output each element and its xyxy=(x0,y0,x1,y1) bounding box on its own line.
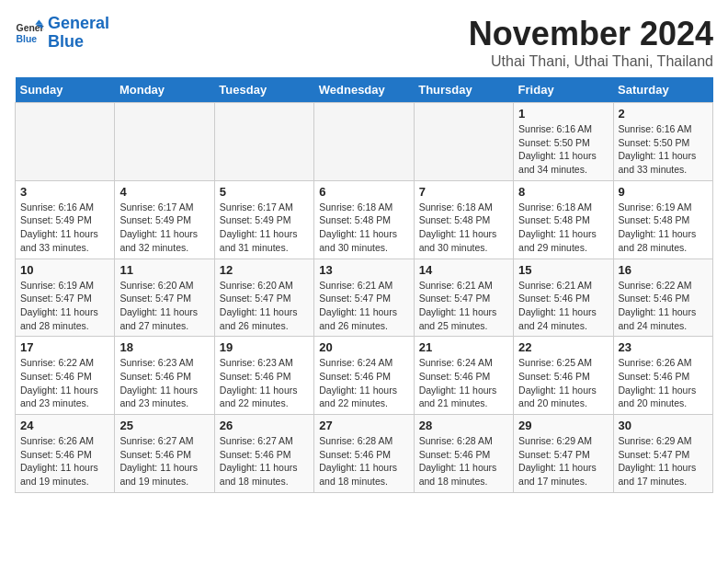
day-info: Sunrise: 6:29 AM Sunset: 5:47 PM Dayligh… xyxy=(518,434,608,488)
day-number: 7 xyxy=(419,185,508,199)
calendar-cell: 7Sunrise: 6:18 AM Sunset: 5:48 PM Daylig… xyxy=(414,180,513,259)
day-info: Sunrise: 6:16 AM Sunset: 5:50 PM Dayligh… xyxy=(518,122,608,177)
calendar-table: SundayMondayTuesdayWednesdayThursdayFrid… xyxy=(15,77,713,493)
day-info: Sunrise: 6:21 AM Sunset: 5:46 PM Dayligh… xyxy=(518,279,608,333)
calendar-cell xyxy=(414,103,513,181)
day-info: Sunrise: 6:21 AM Sunset: 5:47 PM Dayligh… xyxy=(319,279,408,333)
day-info: Sunrise: 6:17 AM Sunset: 5:49 PM Dayligh… xyxy=(119,201,209,255)
calendar-cell xyxy=(214,103,313,181)
day-number: 12 xyxy=(220,263,309,277)
day-number: 30 xyxy=(619,419,708,432)
day-number: 26 xyxy=(220,419,309,432)
day-number: 19 xyxy=(220,340,309,354)
day-info: Sunrise: 6:20 AM Sunset: 5:47 PM Dayligh… xyxy=(119,279,209,333)
day-info: Sunrise: 6:19 AM Sunset: 5:48 PM Dayligh… xyxy=(619,201,708,255)
calendar-cell: 8Sunrise: 6:18 AM Sunset: 5:48 PM Daylig… xyxy=(514,180,613,259)
calendar-cell: 25Sunrise: 6:27 AM Sunset: 5:46 PM Dayli… xyxy=(115,415,214,493)
logo-text-line2: Blue xyxy=(48,33,109,52)
day-number: 10 xyxy=(20,263,109,277)
calendar-cell: 28Sunrise: 6:28 AM Sunset: 5:46 PM Dayli… xyxy=(414,415,513,493)
week-row-3: 17Sunrise: 6:22 AM Sunset: 5:46 PM Dayli… xyxy=(16,337,713,415)
day-info: Sunrise: 6:23 AM Sunset: 5:46 PM Dayligh… xyxy=(119,356,209,410)
calendar-cell: 3Sunrise: 6:16 AM Sunset: 5:49 PM Daylig… xyxy=(16,180,115,259)
day-info: Sunrise: 6:16 AM Sunset: 5:49 PM Dayligh… xyxy=(20,201,109,255)
title-area: November 2024 Uthai Thani, Uthai Thani, … xyxy=(469,15,713,70)
day-info: Sunrise: 6:18 AM Sunset: 5:48 PM Dayligh… xyxy=(419,201,508,255)
day-info: Sunrise: 6:24 AM Sunset: 5:46 PM Dayligh… xyxy=(319,356,408,410)
day-info: Sunrise: 6:28 AM Sunset: 5:46 PM Dayligh… xyxy=(319,434,408,488)
day-info: Sunrise: 6:27 AM Sunset: 5:46 PM Dayligh… xyxy=(220,434,309,488)
day-number: 18 xyxy=(119,340,209,354)
calendar-cell: 11Sunrise: 6:20 AM Sunset: 5:47 PM Dayli… xyxy=(115,259,214,337)
week-row-4: 24Sunrise: 6:26 AM Sunset: 5:46 PM Dayli… xyxy=(16,415,713,493)
day-number: 11 xyxy=(119,263,209,277)
calendar-cell: 9Sunrise: 6:19 AM Sunset: 5:48 PM Daylig… xyxy=(613,180,712,259)
day-info: Sunrise: 6:27 AM Sunset: 5:46 PM Dayligh… xyxy=(119,434,209,488)
logo: General Blue General Blue xyxy=(15,15,109,52)
day-number: 17 xyxy=(20,340,109,354)
calendar-cell: 24Sunrise: 6:26 AM Sunset: 5:46 PM Dayli… xyxy=(16,415,115,493)
day-number: 23 xyxy=(619,340,708,354)
day-number: 4 xyxy=(119,185,209,199)
header-day-saturday: Saturday xyxy=(613,77,712,103)
svg-marker-3 xyxy=(35,19,42,24)
calendar-cell: 2Sunrise: 6:16 AM Sunset: 5:50 PM Daylig… xyxy=(613,103,712,181)
calendar-cell xyxy=(16,103,115,181)
calendar-cell: 4Sunrise: 6:17 AM Sunset: 5:49 PM Daylig… xyxy=(115,180,214,259)
day-info: Sunrise: 6:17 AM Sunset: 5:49 PM Dayligh… xyxy=(220,201,309,255)
day-number: 29 xyxy=(518,419,608,432)
day-info: Sunrise: 6:20 AM Sunset: 5:47 PM Dayligh… xyxy=(220,279,309,333)
calendar-cell: 12Sunrise: 6:20 AM Sunset: 5:47 PM Dayli… xyxy=(214,259,313,337)
header-day-tuesday: Tuesday xyxy=(214,77,313,103)
calendar-cell: 19Sunrise: 6:23 AM Sunset: 5:46 PM Dayli… xyxy=(214,337,313,415)
calendar-cell: 21Sunrise: 6:24 AM Sunset: 5:46 PM Dayli… xyxy=(414,337,513,415)
calendar-cell: 6Sunrise: 6:18 AM Sunset: 5:48 PM Daylig… xyxy=(314,180,414,259)
calendar-cell: 14Sunrise: 6:21 AM Sunset: 5:47 PM Dayli… xyxy=(414,259,513,337)
location-subtitle: Uthai Thani, Uthai Thani, Thailand xyxy=(469,53,713,70)
calendar-header: SundayMondayTuesdayWednesdayThursdayFrid… xyxy=(16,77,713,103)
week-row-2: 10Sunrise: 6:19 AM Sunset: 5:47 PM Dayli… xyxy=(16,259,713,337)
header-day-monday: Monday xyxy=(115,77,214,103)
day-number: 2 xyxy=(619,107,708,121)
calendar-body: 1Sunrise: 6:16 AM Sunset: 5:50 PM Daylig… xyxy=(16,103,713,493)
calendar-cell: 5Sunrise: 6:17 AM Sunset: 5:49 PM Daylig… xyxy=(214,180,313,259)
day-number: 16 xyxy=(619,263,708,277)
calendar-cell: 23Sunrise: 6:26 AM Sunset: 5:46 PM Dayli… xyxy=(613,337,712,415)
calendar-cell: 30Sunrise: 6:29 AM Sunset: 5:47 PM Dayli… xyxy=(613,415,712,493)
day-number: 25 xyxy=(119,419,209,432)
day-info: Sunrise: 6:25 AM Sunset: 5:46 PM Dayligh… xyxy=(518,356,608,410)
week-row-1: 3Sunrise: 6:16 AM Sunset: 5:49 PM Daylig… xyxy=(16,180,713,259)
day-info: Sunrise: 6:23 AM Sunset: 5:46 PM Dayligh… xyxy=(220,356,309,410)
svg-text:Blue: Blue xyxy=(17,33,38,43)
day-info: Sunrise: 6:18 AM Sunset: 5:48 PM Dayligh… xyxy=(518,201,608,255)
calendar-cell: 22Sunrise: 6:25 AM Sunset: 5:46 PM Dayli… xyxy=(514,337,613,415)
header: General Blue General Blue November 2024 … xyxy=(15,15,713,70)
day-number: 13 xyxy=(319,263,408,277)
header-day-sunday: Sunday xyxy=(16,77,115,103)
calendar-cell: 13Sunrise: 6:21 AM Sunset: 5:47 PM Dayli… xyxy=(314,259,414,337)
day-number: 15 xyxy=(518,263,608,277)
day-number: 22 xyxy=(518,340,608,354)
day-info: Sunrise: 6:22 AM Sunset: 5:46 PM Dayligh… xyxy=(20,356,109,410)
logo-text-line1: General xyxy=(48,15,109,33)
day-number: 20 xyxy=(319,340,408,354)
calendar-cell xyxy=(115,103,214,181)
calendar-cell: 16Sunrise: 6:22 AM Sunset: 5:46 PM Dayli… xyxy=(613,259,712,337)
header-day-friday: Friday xyxy=(514,77,613,103)
calendar-cell: 10Sunrise: 6:19 AM Sunset: 5:47 PM Dayli… xyxy=(16,259,115,337)
header-day-thursday: Thursday xyxy=(414,77,513,103)
day-number: 8 xyxy=(518,185,608,199)
day-info: Sunrise: 6:19 AM Sunset: 5:47 PM Dayligh… xyxy=(20,279,109,333)
calendar-cell: 1Sunrise: 6:16 AM Sunset: 5:50 PM Daylig… xyxy=(514,103,613,181)
day-number: 6 xyxy=(319,185,408,199)
day-info: Sunrise: 6:29 AM Sunset: 5:47 PM Dayligh… xyxy=(619,434,708,488)
calendar-cell: 18Sunrise: 6:23 AM Sunset: 5:46 PM Dayli… xyxy=(115,337,214,415)
calendar-cell: 29Sunrise: 6:29 AM Sunset: 5:47 PM Dayli… xyxy=(514,415,613,493)
day-info: Sunrise: 6:16 AM Sunset: 5:50 PM Dayligh… xyxy=(619,122,708,177)
week-row-0: 1Sunrise: 6:16 AM Sunset: 5:50 PM Daylig… xyxy=(16,103,713,181)
calendar-cell xyxy=(314,103,414,181)
calendar-cell: 20Sunrise: 6:24 AM Sunset: 5:46 PM Dayli… xyxy=(314,337,414,415)
day-number: 21 xyxy=(419,340,508,354)
day-info: Sunrise: 6:28 AM Sunset: 5:46 PM Dayligh… xyxy=(419,434,508,488)
day-info: Sunrise: 6:24 AM Sunset: 5:46 PM Dayligh… xyxy=(419,356,508,410)
